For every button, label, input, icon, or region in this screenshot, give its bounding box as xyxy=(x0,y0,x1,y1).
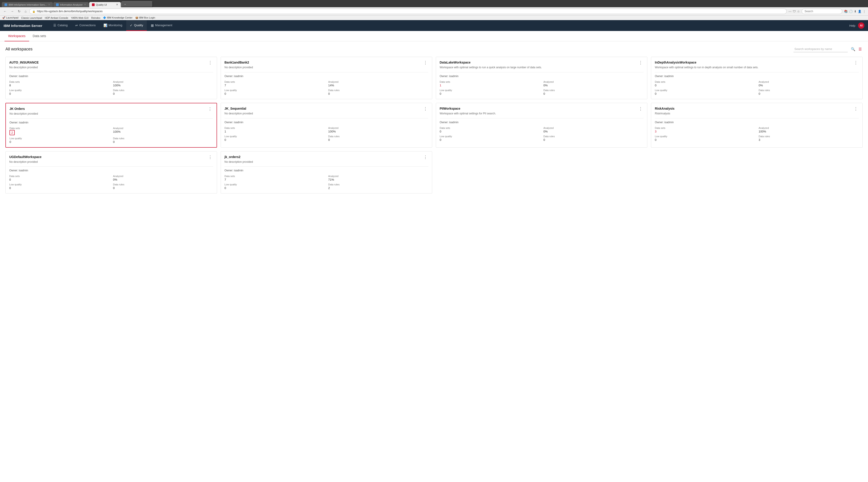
card-menu-btn-auto-insurance[interactable]: ⋮ xyxy=(207,61,213,65)
page-tabs: Workspaces Data sets xyxy=(0,31,868,41)
menu-icon[interactable]: ⋮ xyxy=(863,10,866,13)
stat-lowquality-label-bank1andbank2: Low quality xyxy=(224,89,325,91)
nav-connections[interactable]: ⇌ Connections xyxy=(71,20,99,31)
stat-datasets-value-jk-orders[interactable]: 2 xyxy=(9,130,110,135)
card-menu-btn-piiworkspace[interactable]: ⋮ xyxy=(638,107,644,111)
stat-datarules-indepthanalysisworkspace: Data rules 0 xyxy=(759,89,859,95)
workspace-card-indepthanalysisworkspace[interactable]: InDepthAnalysisWorkspace ⋮ Workspace wit… xyxy=(651,57,863,99)
stat-datasets-value-riskanalysis[interactable]: 3 xyxy=(655,130,755,133)
workspace-card-riskanalysis[interactable]: RiskAnalysis ⋮ RiskAnalysis Owner: isadm… xyxy=(651,103,863,148)
app-header-right: Help AI xyxy=(849,22,864,29)
nav-quality[interactable]: ✓ Quality xyxy=(126,20,147,31)
tab-close-2[interactable]: ✕ xyxy=(84,3,86,6)
home-button[interactable]: ⌂ xyxy=(24,9,28,14)
workspace-card-ugdefaultworkspace[interactable]: UGDefaultWorkspace ⋮ No description prov… xyxy=(5,151,217,194)
bookmark-reindex[interactable]: Reindex xyxy=(91,17,100,19)
stat-lowquality-indepthanalysisworkspace: Low quality 0 xyxy=(655,89,755,95)
workspace-card-piiworkspace[interactable]: PIIWorkspace ⋮ Workspace with optimal se… xyxy=(436,103,647,148)
tab-favicon-2 xyxy=(56,3,59,6)
stat-lowquality-value-jk-orders2: 0 xyxy=(224,186,325,190)
tab-ibm-infosphere[interactable]: IBM InfoSphere Information Serv... ✕ xyxy=(2,2,53,7)
profile-icon[interactable]: 👤 xyxy=(858,10,862,13)
bookmark-ibm-knowledge[interactable]: 🔷 IBM Knowledge Center xyxy=(103,16,132,19)
stat-analyzed-jk-orders: Analyzed 100% xyxy=(113,127,213,135)
card-menu-btn-bank1andbank2[interactable]: ⋮ xyxy=(423,61,428,65)
nav-monitoring[interactable]: 📊 Monitoring xyxy=(100,20,126,31)
workspace-card-jk-sequential[interactable]: JK_Sequential ⋮ No description provided … xyxy=(221,103,432,148)
stat-datasets-label-auto-insurance: Data sets xyxy=(9,81,110,83)
bookmarks-icon[interactable]: 📚 xyxy=(844,10,848,13)
section-header: All workspaces 🔍 ☰ xyxy=(5,46,863,52)
stat-analyzed-value-piiworkspace: 0% xyxy=(544,130,644,133)
bookmark-button[interactable]: ☆ xyxy=(797,10,800,13)
stat-datasets-value-piiworkspace: 0 xyxy=(440,130,540,133)
tab-datasets[interactable]: Data sets xyxy=(29,31,50,41)
bookmark-launchpad[interactable]: 🚀 Launchpad xyxy=(2,16,19,19)
workspace-card-datalakeworkspace[interactable]: DataLakeWorkspace ⋮ Workspace with optim… xyxy=(436,57,647,99)
card-title-ugdefaultworkspace: UGDefaultWorkspace xyxy=(9,155,41,159)
browser-right-actions: 📚 🕐 ⬇ 👤 ⋮ xyxy=(844,10,866,13)
card-menu-btn-datalakeworkspace[interactable]: ⋮ xyxy=(638,61,644,65)
stat-datasets-jk-sequential: Data sets 1 xyxy=(224,126,325,133)
stat-datasets-bank1andbank2: Data sets 7 xyxy=(224,81,325,87)
browser-search-input[interactable] xyxy=(802,8,842,14)
card-title-jk-orders2: jk_orders2 xyxy=(224,155,241,159)
back-button[interactable]: ← xyxy=(2,9,8,14)
history-icon[interactable]: 🕐 xyxy=(849,10,852,13)
stat-datarules-value-datalakeworkspace: 0 xyxy=(544,92,644,95)
grid-view-button[interactable]: ☰ xyxy=(858,46,863,52)
card-desc-auto-insurance: No description provided xyxy=(9,65,213,69)
nav-catalog[interactable]: ☰ Catalog xyxy=(50,20,71,31)
url-bar[interactable]: 🔒 https://iis-ugstack.ibm.demo/ibm/iis/q… xyxy=(29,8,787,14)
stat-datarules-label-ugdefaultworkspace: Data rules xyxy=(113,183,213,186)
workspace-card-auto-insurance[interactable]: AUTO_INSURANCE ⋮ No description provided… xyxy=(5,57,217,99)
card-menu-btn-indepthanalysisworkspace[interactable]: ⋮ xyxy=(853,61,859,65)
card-header-bank1andbank2: Bank1andBank2 ⋮ xyxy=(224,61,428,65)
search-view-button[interactable]: 🔍 xyxy=(850,46,856,52)
bookmarks-bar: 🚀 Launchpad Classic Launchpad HDP Ambari… xyxy=(0,16,868,20)
card-stats-jk-sequential: Data sets 1 Analyzed 100% Low quality 0 … xyxy=(224,126,428,142)
stat-datasets-value-datalakeworkspace[interactable]: 1 xyxy=(440,84,540,87)
stat-lowquality-label-ugdefaultworkspace: Low quality xyxy=(9,183,110,186)
tab-information-analyzer[interactable]: Information Analyzer ✕ xyxy=(53,2,89,7)
workspace-card-bank1andbank2[interactable]: Bank1andBank2 ⋮ No description provided … xyxy=(221,57,432,99)
app-header: IBM Information Server ☰ Catalog ⇌ Conne… xyxy=(0,20,868,31)
card-menu-btn-jk-sequential[interactable]: ⋮ xyxy=(423,107,428,111)
stat-lowquality-jk-sequential: Low quality 0 xyxy=(224,135,325,142)
tab-workspaces[interactable]: Workspaces xyxy=(4,31,29,41)
stat-lowquality-value-datalakeworkspace: 0 xyxy=(440,92,540,95)
tab-close-1[interactable]: ✕ xyxy=(48,3,50,6)
stat-datasets-value-indepthanalysisworkspace: 0 xyxy=(655,84,755,87)
stat-datasets-piiworkspace: Data sets 0 xyxy=(440,126,540,133)
stat-datasets-label-jk-orders: Data sets xyxy=(9,127,110,130)
browser-actions: ⋯ 🛡 ☆ xyxy=(788,10,800,13)
card-menu-btn-jk-orders[interactable]: ⋮ xyxy=(207,107,213,111)
stat-lowquality-label-auto-insurance: Low quality xyxy=(9,89,110,91)
workspace-card-jk-orders[interactable]: JK Orders ⋮ No description provided Owne… xyxy=(5,103,217,148)
card-stats-jk-orders: Data sets 2 Analyzed 100% Low quality 0 … xyxy=(9,127,213,144)
card-menu-btn-riskanalysis[interactable]: ⋮ xyxy=(853,107,859,111)
reload-button[interactable]: ↻ xyxy=(17,9,22,14)
workspace-card-jk-orders2[interactable]: jk_orders2 ⋮ No description provided Own… xyxy=(221,151,432,194)
tab-close-3[interactable]: ✕ xyxy=(116,3,118,6)
stat-datarules-datalakeworkspace: Data rules 0 xyxy=(544,89,644,95)
bookmark-ibm-box[interactable]: 📦 IBM Box Login xyxy=(135,16,155,19)
forward-button[interactable]: → xyxy=(9,9,15,14)
nav-management[interactable]: ▦ Management xyxy=(147,20,176,31)
workspace-search-input[interactable] xyxy=(794,46,848,52)
tab-quality-ui[interactable]: Quality UI ✕ xyxy=(89,2,121,7)
bookmark-yarn[interactable]: YARN Web GUI xyxy=(71,17,89,19)
card-stats-ugdefaultworkspace: Data sets 0 Analyzed 0% Low quality 0 Da… xyxy=(9,175,213,190)
bookmark-classic-launchpad[interactable]: Classic Launchpad xyxy=(21,17,42,19)
extensions-button[interactable]: ⋯ xyxy=(788,10,792,13)
card-menu-btn-jk-orders2[interactable]: ⋮ xyxy=(423,155,428,159)
new-tab-button[interactable]: + xyxy=(121,1,153,7)
downloads-icon[interactable]: ⬇ xyxy=(854,10,857,13)
help-button[interactable]: Help xyxy=(849,24,855,27)
user-avatar[interactable]: AI xyxy=(858,22,864,29)
card-title-jk-orders: JK Orders xyxy=(9,107,25,111)
card-menu-btn-ugdefaultworkspace[interactable]: ⋮ xyxy=(207,155,213,159)
bookmark-hdp-ambari[interactable]: HDP Ambari Console xyxy=(45,17,68,19)
shield-button[interactable]: 🛡 xyxy=(793,10,796,13)
card-header-jk-sequential: JK_Sequential ⋮ xyxy=(224,107,428,111)
